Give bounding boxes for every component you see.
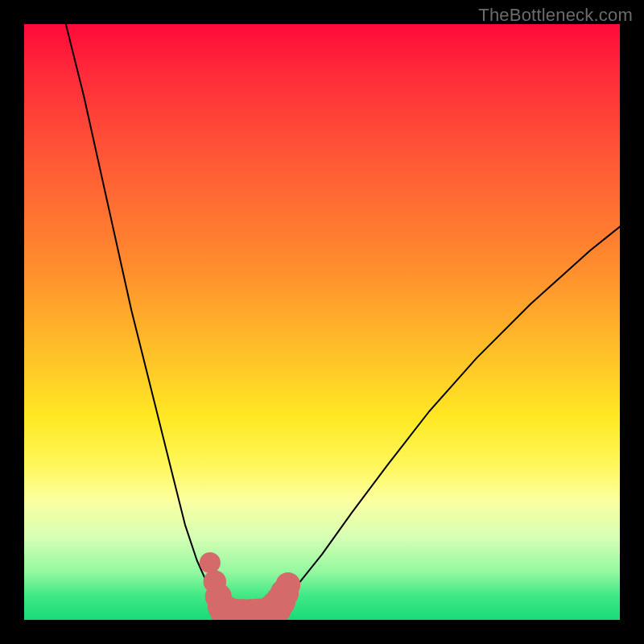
series-right-branch bbox=[268, 227, 620, 615]
chart-svg bbox=[24, 24, 620, 620]
marker-layer bbox=[200, 552, 300, 620]
plot-area bbox=[24, 24, 620, 620]
marker-dot bbox=[275, 572, 300, 597]
outer-frame: TheBottleneck.com bbox=[0, 0, 644, 644]
curve-layer bbox=[66, 24, 620, 617]
series-left-branch bbox=[66, 24, 228, 615]
watermark-text: TheBottleneck.com bbox=[478, 5, 633, 26]
marker-dot bbox=[200, 552, 221, 573]
